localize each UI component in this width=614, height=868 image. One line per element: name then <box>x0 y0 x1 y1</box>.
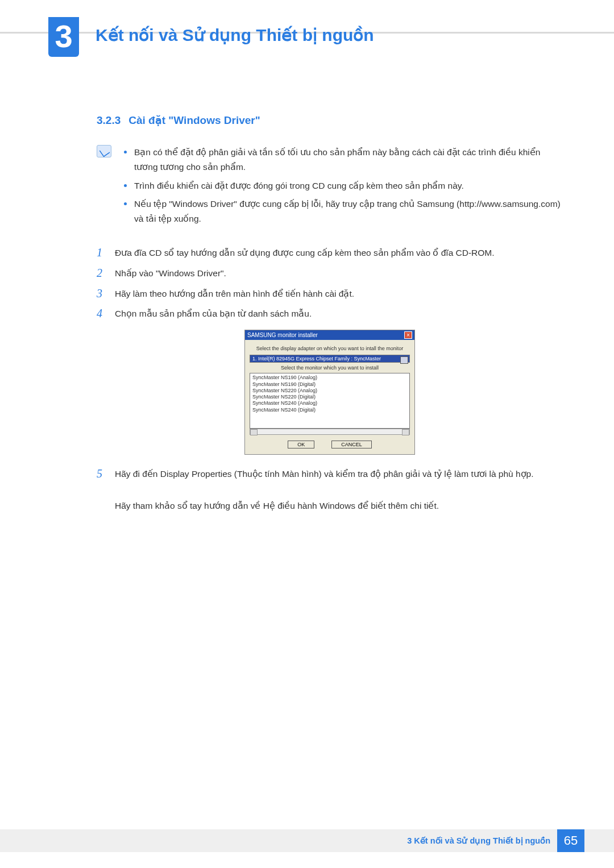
footer-chapter-ref: 3 Kết nối và Sử dụng Thiết bị nguồn <box>407 836 550 845</box>
step-number: 4 <box>97 306 107 322</box>
step-text-line: Hãy tham khảo sổ tay hướng dẫn về Hệ điề… <box>115 501 439 510</box>
step-list: 1 Đưa đĩa CD sổ tay hướng dẫn sử dụng đư… <box>97 245 563 322</box>
main-content: 3.2.3Cài đặt "Windows Driver" Bạn có thể… <box>97 114 563 518</box>
note-item: Bạn có thể đặt độ phân giải và tần số tố… <box>124 145 563 175</box>
cancel-button[interactable]: CANCEL <box>331 441 372 448</box>
step-text-line: Hãy đi đến Display Properties (Thuộc tín… <box>115 469 534 479</box>
monitor-label: Select the monitor which you want to ins… <box>250 365 410 371</box>
note-icon <box>97 145 111 157</box>
list-item[interactable]: SyncMaster NS220 (Analog) <box>252 388 407 394</box>
page-header: 3 Kết nối và Sử dụng Thiết bị nguồn <box>0 17 614 68</box>
note-block: Bạn có thể đặt độ phân giải và tần số tố… <box>97 145 563 230</box>
page-footer: 3 Kết nối và Sử dụng Thiết bị nguồn 65 <box>0 829 614 852</box>
subsection-number: 3.2.3 <box>97 114 121 126</box>
step-item: 4 Chọn mẫu sản phẩm của bạn từ danh sách… <box>97 306 563 322</box>
adapter-label: Select the display adapter on which you … <box>250 346 410 351</box>
ok-button[interactable]: OK <box>288 441 314 448</box>
step-list-continued: 5 Hãy đi đến Display Properties (Thuộc t… <box>97 466 563 514</box>
window-body: Select the display adapter on which you … <box>245 340 414 454</box>
list-item[interactable]: SyncMaster NS220 (Digital) <box>252 394 407 400</box>
list-item[interactable]: SyncMaster NS190 (Digital) <box>252 381 407 388</box>
step-text: Hãy làm theo hướng dẫn trên màn hình để … <box>115 286 563 302</box>
list-item[interactable]: SyncMaster NS190 (Analog) <box>252 375 407 381</box>
step-item: 2 Nhấp vào "Windows Driver". <box>97 265 563 281</box>
list-item[interactable]: SyncMaster NS240 (Digital) <box>252 407 407 413</box>
step-text: Đưa đĩa CD sổ tay hướng dẫn sử dụng được… <box>115 245 563 261</box>
close-icon[interactable]: × <box>404 331 412 339</box>
note-item: Nếu tệp "Windows Driver" được cung cấp b… <box>124 197 563 227</box>
footer-page-number: 65 <box>557 829 584 852</box>
note-list: Bạn có thể đặt độ phân giải và tần số tố… <box>124 145 563 230</box>
step-number: 3 <box>97 286 107 302</box>
step-number: 2 <box>97 265 107 281</box>
monitor-list[interactable]: SyncMaster NS190 (Analog) SyncMaster NS1… <box>250 373 410 429</box>
horizontal-scrollbar[interactable] <box>250 429 410 435</box>
adapter-select[interactable]: 1. Intel(R) 82945G Express Chipset Famil… <box>250 355 410 363</box>
step-text: Chọn mẫu sản phẩm của bạn từ danh sách m… <box>115 306 563 322</box>
subsection-title: Cài đặt "Windows Driver" <box>128 114 260 126</box>
step-item: 3 Hãy làm theo hướng dẫn trên màn hình đ… <box>97 286 563 302</box>
window-titlebar: SAMSUNG monitor installer × <box>245 330 414 340</box>
window-title: SAMSUNG monitor installer <box>247 332 318 338</box>
step-text: Nhấp vào "Windows Driver". <box>115 265 563 281</box>
window-button-row: OK CANCEL <box>250 441 410 448</box>
step-item: 5 Hãy đi đến Display Properties (Thuộc t… <box>97 466 563 514</box>
list-item[interactable]: SyncMaster NS240 (Analog) <box>252 400 407 406</box>
installer-window: SAMSUNG monitor installer × Select the d… <box>244 330 415 455</box>
step-item: 1 Đưa đĩa CD sổ tay hướng dẫn sử dụng đư… <box>97 245 563 261</box>
chapter-number-badge: 3 <box>48 17 79 57</box>
chapter-title: Kết nối và Sử dụng Thiết bị nguồn <box>96 25 374 45</box>
subsection-heading: 3.2.3Cài đặt "Windows Driver" <box>97 114 563 127</box>
step-number: 1 <box>97 245 107 261</box>
note-item: Trình điều khiển cài đặt được đóng gói t… <box>124 178 563 193</box>
step-number: 5 <box>97 466 107 514</box>
step-text: Hãy đi đến Display Properties (Thuộc tín… <box>115 466 563 514</box>
